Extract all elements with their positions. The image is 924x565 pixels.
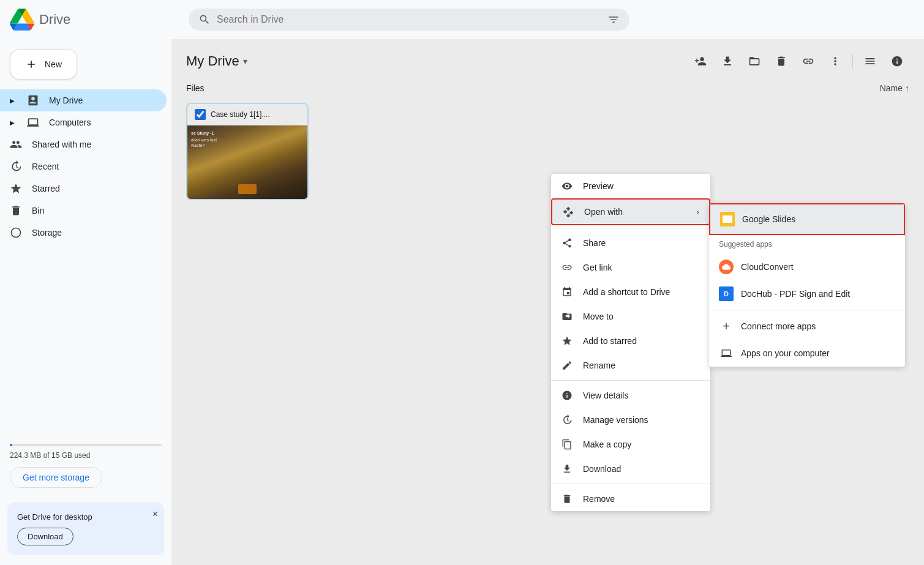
ctx-open-with-label: Open with	[584, 207, 623, 217]
sidebar-item-my-drive-label: My Drive	[49, 95, 83, 105]
rename-icon	[561, 359, 573, 372]
sidebar: New ▶ My Drive ▶ Computers Shared with m…	[0, 39, 171, 565]
search-input[interactable]	[217, 14, 601, 25]
desktop-promo-title: Get Drive for desktop	[17, 512, 154, 522]
plus-icon	[25, 58, 37, 70]
get-more-storage-button[interactable]: Get more storage	[10, 467, 102, 488]
add-shortcut-icon	[561, 286, 573, 298]
owm-dochub-label: DocHub - PDF Sign and Edit	[741, 289, 850, 299]
sidebar-item-shared[interactable]: Shared with me	[0, 133, 167, 155]
owm-google-slides[interactable]: Google Slides	[709, 203, 905, 235]
preview-icon	[561, 180, 573, 192]
search-icon	[198, 13, 211, 26]
ctx-rename-label: Rename	[583, 361, 615, 370]
owm-connect-apps[interactable]: + Connect more apps	[709, 313, 905, 340]
details-icon	[561, 389, 573, 402]
sidebar-item-computers[interactable]: ▶ Computers	[0, 111, 167, 133]
ctx-manage-versions[interactable]: Manage versions	[551, 408, 710, 432]
search-bar[interactable]	[189, 9, 629, 31]
dochub-icon: D	[719, 286, 734, 301]
ctx-preview[interactable]: Preview	[551, 174, 710, 198]
owm-google-slides-label: Google Slides	[742, 214, 795, 224]
download-button[interactable]: Download	[17, 528, 73, 545]
sidebar-item-starred[interactable]: Starred	[0, 178, 167, 200]
ctx-preview-label: Preview	[583, 181, 614, 191]
topbar: Drive	[0, 0, 924, 39]
sidebar-item-shared-label: Shared with me	[32, 140, 91, 149]
ctx-starred-label: Add to starred	[583, 336, 637, 346]
ctx-get-link-label: Get link	[583, 263, 612, 272]
ctx-add-shortcut-label: Add a shortcut to Drive	[583, 287, 670, 297]
ctx-open-with-arrow: ›	[696, 207, 699, 217]
ctx-divider-1	[551, 228, 710, 228]
ctx-move-to-label: Move to	[583, 312, 614, 321]
ctx-download[interactable]: Download	[551, 457, 710, 481]
owm-computer-apps-label: Apps on your computer	[741, 348, 830, 358]
owm-computer-apps[interactable]: Apps on your computer	[709, 340, 905, 367]
ctx-rename[interactable]: Rename	[551, 353, 710, 378]
storage-bar-container	[10, 444, 162, 446]
shared-icon	[10, 138, 22, 151]
storage-bar	[10, 444, 12, 446]
google-slides-icon	[720, 212, 735, 226]
ctx-share-label: Share	[583, 238, 606, 248]
ctx-add-shortcut[interactable]: Add a shortcut to Drive	[551, 280, 710, 304]
starred-icon	[10, 182, 22, 195]
sidebar-item-recent[interactable]: Recent	[0, 155, 167, 178]
ctx-divider-2	[551, 380, 710, 381]
connect-apps-icon: +	[719, 319, 734, 334]
remove-icon	[561, 493, 573, 505]
sidebar-item-my-drive[interactable]: ▶ My Drive	[0, 89, 167, 111]
ctx-make-copy-label: Make a copy	[583, 440, 631, 449]
ctx-manage-versions-label: Manage versions	[583, 415, 648, 425]
ctx-move-to[interactable]: Move to	[551, 304, 710, 329]
cloudconvert-icon	[719, 260, 734, 274]
owm-cloudconvert-label: CloudConvert	[741, 262, 794, 272]
main-layout: New ▶ My Drive ▶ Computers Shared with m…	[0, 39, 924, 565]
link-ctx-icon	[561, 261, 573, 274]
ctx-remove-label: Remove	[583, 494, 615, 504]
download-ctx-icon	[561, 463, 573, 475]
owm-suggested-title: Suggested apps	[709, 235, 905, 253]
storage-icon	[10, 226, 22, 239]
ctx-make-copy[interactable]: Make a copy	[551, 432, 710, 457]
ctx-open-with[interactable]: Open with ›	[551, 198, 710, 225]
storage-text: 224.3 MB of 15 GB used	[10, 451, 162, 460]
desktop-promo-close-button[interactable]: ×	[152, 509, 158, 520]
open-with-icon	[562, 206, 574, 218]
owm-dochub[interactable]: D DocHub - PDF Sign and Edit	[709, 280, 905, 307]
logo-area: Drive	[10, 7, 181, 32]
ctx-download-label: Download	[583, 464, 621, 474]
sidebar-item-storage-label: Storage	[32, 228, 62, 238]
ctx-add-starred[interactable]: Add to starred	[551, 329, 710, 353]
ctx-view-details-label: View details	[583, 391, 628, 400]
new-button-label: New	[45, 59, 62, 69]
ctx-view-details[interactable]: View details	[551, 383, 710, 408]
owm-connect-apps-label: Connect more apps	[741, 321, 816, 331]
filter-icon[interactable]	[607, 13, 620, 26]
star-ctx-icon	[561, 335, 573, 347]
move-to-icon	[561, 310, 573, 323]
sidebar-item-starred-label: Starred	[32, 184, 60, 193]
versions-icon	[561, 414, 573, 426]
recent-icon	[10, 160, 22, 173]
nav-arrow-my-drive: ▶	[10, 97, 15, 104]
ctx-remove[interactable]: Remove	[551, 487, 710, 511]
owm-divider	[709, 310, 905, 310]
content-area: My Drive ▾	[171, 39, 924, 565]
sidebar-item-bin-label: Bin	[32, 206, 44, 215]
computer-icon	[719, 346, 734, 361]
new-button[interactable]: New	[10, 49, 77, 80]
ctx-divider-3	[551, 484, 710, 484]
ctx-get-link[interactable]: Get link	[551, 255, 710, 280]
computers-icon	[27, 116, 39, 129]
sidebar-item-storage[interactable]: Storage	[0, 222, 167, 244]
app-name: Drive	[39, 12, 70, 28]
bin-icon	[10, 204, 22, 217]
copy-icon	[561, 438, 573, 451]
owm-cloudconvert[interactable]: CloudConvert	[709, 253, 905, 280]
desktop-promo: × Get Drive for desktop Download	[7, 503, 164, 555]
ctx-share[interactable]: Share	[551, 231, 710, 255]
sidebar-item-bin[interactable]: Bin	[0, 200, 167, 222]
sidebar-item-computers-label: Computers	[49, 118, 91, 127]
